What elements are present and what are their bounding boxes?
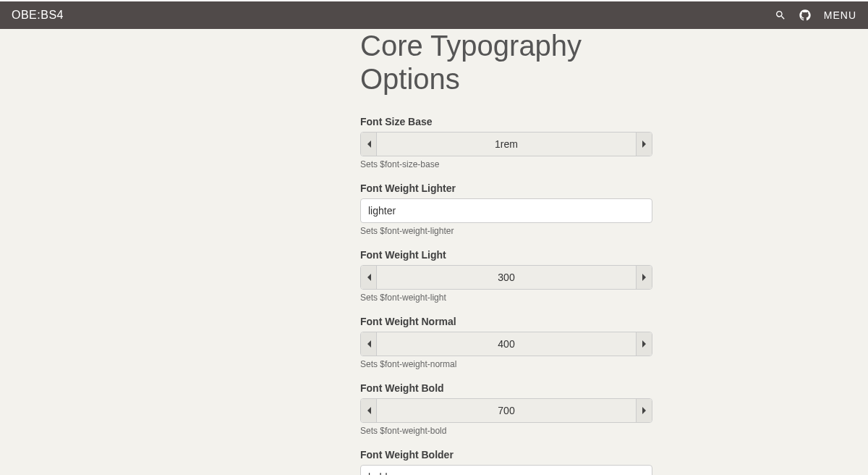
decrement-button[interactable] <box>361 332 377 356</box>
field-font-weight-bold: Font Weight Bold Sets $font-weight-bold <box>360 382 652 436</box>
label-font-weight-bolder: Font Weight Bolder <box>360 449 652 461</box>
help-font-weight-light: Sets $font-weight-light <box>360 293 652 303</box>
label-font-weight-bold: Font Weight Bold <box>360 382 652 394</box>
field-font-weight-light: Font Weight Light Sets $font-weight-ligh… <box>360 249 652 303</box>
field-font-weight-bolder: Font Weight Bolder Sets $font-weight-bol… <box>360 449 652 475</box>
help-font-weight-bold: Sets $font-weight-bold <box>360 426 652 436</box>
stepper-font-weight-normal <box>360 332 652 356</box>
increment-button[interactable] <box>636 133 652 156</box>
decrement-button[interactable] <box>361 399 377 422</box>
label-font-weight-lighter: Font Weight Lighter <box>360 182 652 194</box>
navbar-brand[interactable]: OBE:BS4 <box>12 9 64 22</box>
input-font-weight-normal[interactable] <box>377 332 636 356</box>
label-font-weight-light: Font Weight Light <box>360 249 652 261</box>
stepper-font-weight-light <box>360 265 652 290</box>
menu-button[interactable]: MENU <box>824 9 856 21</box>
chevron-right-icon <box>642 340 647 348</box>
github-icon[interactable] <box>799 9 811 21</box>
chevron-right-icon <box>642 140 647 148</box>
chevron-right-icon <box>642 406 647 415</box>
chevron-left-icon <box>366 140 372 148</box>
decrement-button[interactable] <box>361 133 377 156</box>
field-font-weight-lighter: Font Weight Lighter Sets $font-weight-li… <box>360 182 652 236</box>
help-font-weight-normal: Sets $font-weight-normal <box>360 359 652 369</box>
field-font-weight-normal: Font Weight Normal Sets $font-weight-nor… <box>360 316 652 369</box>
search-icon[interactable] <box>775 9 786 21</box>
input-font-size-base[interactable] <box>377 133 636 156</box>
chevron-left-icon <box>366 273 372 282</box>
label-font-weight-normal: Font Weight Normal <box>360 316 652 327</box>
chevron-right-icon <box>642 273 647 282</box>
input-font-weight-lighter[interactable] <box>360 198 652 223</box>
input-font-weight-light[interactable] <box>377 266 636 289</box>
chevron-left-icon <box>366 406 372 415</box>
input-font-weight-bold[interactable] <box>377 399 636 422</box>
stepper-font-weight-bold <box>360 398 652 423</box>
page-title: Core Typography Options <box>360 29 652 96</box>
navbar-right: MENU <box>775 9 856 21</box>
increment-button[interactable] <box>636 332 652 356</box>
increment-button[interactable] <box>636 266 652 289</box>
help-font-size-base: Sets $font-size-base <box>360 159 652 169</box>
increment-button[interactable] <box>636 399 652 422</box>
stepper-font-size-base <box>360 132 652 156</box>
decrement-button[interactable] <box>361 266 377 289</box>
help-font-weight-lighter: Sets $font-weight-lighter <box>360 226 652 236</box>
label-font-size-base: Font Size Base <box>360 116 652 127</box>
input-font-weight-bolder[interactable] <box>360 465 652 475</box>
navbar: OBE:BS4 MENU <box>0 0 868 29</box>
field-font-size-base: Font Size Base Sets $font-size-base <box>360 116 652 169</box>
chevron-left-icon <box>366 340 372 348</box>
